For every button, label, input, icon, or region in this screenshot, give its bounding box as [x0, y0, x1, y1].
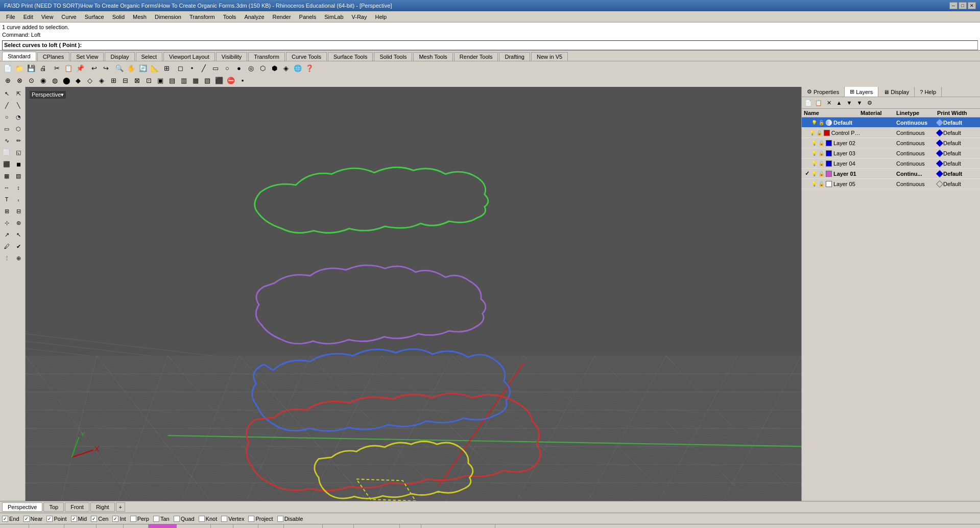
status-z[interactable]: z 0.000	[97, 524, 124, 528]
snap-item-disable[interactable]: Disable	[277, 516, 303, 522]
menu-item-panels[interactable]: Panels	[295, 11, 321, 22]
tb-zoom[interactable]: 🔍	[114, 62, 125, 74]
layer-lock-icon-6[interactable]: 🔓	[819, 181, 824, 187]
viewport-perspective-label[interactable]: Perspective▾	[30, 91, 66, 99]
left-snap1[interactable]: ⊹	[1, 217, 12, 228]
snap-item-end[interactable]: End	[2, 516, 19, 522]
status-minutes-save[interactable]: Minutes from last save: 19	[421, 524, 495, 528]
menu-item-edit[interactable]: Edit	[19, 11, 37, 22]
tb2-21[interactable]: ▪	[237, 75, 248, 86]
snap-check-quad[interactable]	[174, 516, 180, 522]
layer-tb-move-up[interactable]: ▲	[834, 98, 844, 107]
tb2-7[interactable]: ◆	[73, 75, 84, 86]
maximize-button[interactable]: □	[959, 2, 967, 9]
vp-tab-perspective[interactable]: Perspective	[2, 502, 42, 512]
layer-lock-icon-5[interactable]: 🔓	[819, 171, 824, 176]
layer-color-swatch-6[interactable]	[826, 181, 832, 187]
minimize-button[interactable]: ─	[949, 2, 958, 9]
tb-cut[interactable]: ✂	[51, 62, 62, 74]
layer-visibility-icon-2[interactable]: 💡	[811, 141, 817, 146]
left-surface[interactable]: ⬜	[1, 147, 12, 158]
left-freehand[interactable]: ✏	[13, 135, 24, 146]
layer-tb-new-layer[interactable]: 📄	[804, 98, 813, 107]
status-osnap[interactable]: Osnap	[258, 524, 283, 528]
left-align1[interactable]: ⊞	[1, 205, 12, 217]
tb-help[interactable]: ❓	[304, 62, 315, 74]
vp-tab-right[interactable]: Right	[90, 502, 115, 512]
layer-tb-settings[interactable]: ⚙	[865, 98, 874, 107]
layer-lock-icon-0[interactable]: 🔓	[819, 120, 824, 125]
status-gumball[interactable]: Gumball	[323, 524, 354, 528]
tb2-4[interactable]: ◉	[37, 75, 49, 86]
tb2-9[interactable]: ◈	[96, 75, 107, 86]
layer-row-2[interactable]: 💡🔓Layer 02ContinuousDefault	[802, 138, 980, 148]
snap-check-int[interactable]	[112, 516, 118, 522]
left-text[interactable]: T	[1, 194, 12, 205]
toolbar-tab-set-view[interactable]: Set View	[70, 52, 104, 61]
menu-item-transform[interactable]: Transform	[185, 11, 219, 22]
left-line[interactable]: ╲	[13, 100, 24, 111]
snap-check-vertex[interactable]	[221, 516, 227, 522]
tb-save[interactable]: 💾	[26, 62, 37, 74]
menu-item-mesh[interactable]: Mesh	[129, 11, 151, 22]
tb-snap[interactable]: 📐	[149, 62, 160, 74]
panel-tab-layers[interactable]: ⊞Layers	[845, 87, 878, 97]
panel-tab-help[interactable]: ?Help	[915, 87, 942, 97]
tb-rotate[interactable]: 🔄	[137, 62, 149, 74]
tb2-1[interactable]: ⊕	[2, 75, 13, 86]
left-misc1[interactable]: ⋮	[1, 252, 12, 264]
toolbar-tab-render-tools[interactable]: Render Tools	[454, 52, 498, 61]
layer-color-swatch-4[interactable]	[826, 160, 832, 167]
layer-lock-icon-2[interactable]: 🔓	[819, 141, 824, 146]
snap-item-mid[interactable]: Mid	[71, 516, 87, 522]
tb-rect[interactable]: ▭	[210, 62, 221, 74]
snap-check-point[interactable]	[46, 516, 53, 522]
tb-redo[interactable]: ↪	[100, 62, 111, 74]
layer-tb-move-down[interactable]: ▼	[845, 98, 854, 107]
tb-pan[interactable]: ✋	[126, 62, 137, 74]
layer-row-5[interactable]: ✓💡🔓Layer 01Continu...Default	[802, 169, 980, 179]
vp-tab-add-button[interactable]: +	[116, 502, 125, 512]
snap-item-int[interactable]: Int	[112, 516, 126, 522]
layer-lock-icon-1[interactable]: 🔓	[817, 130, 822, 135]
menu-item-help[interactable]: Help	[371, 11, 391, 22]
tb-extrude[interactable]: ⬢	[269, 62, 280, 74]
menu-item-render[interactable]: Render	[269, 11, 295, 22]
tb-paste[interactable]: 📌	[75, 62, 86, 74]
toolbar-tab-new-in-v5[interactable]: New in V5	[531, 52, 568, 61]
left-transform2[interactable]: ↖	[13, 229, 24, 240]
status-x[interactable]: x -113.370	[29, 524, 64, 528]
status-units[interactable]: Inches	[124, 524, 149, 528]
left-arc[interactable]: ◔	[13, 111, 24, 123]
tb-circle[interactable]: ○	[222, 62, 233, 74]
tb-copy[interactable]: 📋	[63, 62, 74, 74]
snap-check-perp[interactable]	[130, 516, 136, 522]
left-solid2[interactable]: ◼	[13, 158, 24, 170]
layer-row-1[interactable]: 💡🔓Control Point Cu...ContinuousDefault	[802, 128, 980, 138]
tb-line[interactable]: ╱	[198, 62, 209, 74]
status-ortho[interactable]: Ortho	[211, 524, 234, 528]
snap-check-end[interactable]	[2, 516, 8, 522]
layer-row-0[interactable]: 💡🔓DefaultContinuousDefault	[802, 118, 980, 128]
snap-item-knot[interactable]: Knot	[199, 516, 218, 522]
layer-tb-new-sublayer[interactable]: 📋	[814, 98, 823, 107]
layer-color-swatch-3[interactable]	[826, 150, 832, 156]
layer-color-swatch-0[interactable]	[826, 120, 832, 126]
tb2-11[interactable]: ⊟	[119, 75, 131, 86]
viewport-area[interactable]: Perspective▾	[26, 87, 801, 501]
layer-tb-delete-layer[interactable]: ✕	[824, 98, 833, 107]
left-misc2[interactable]: ⊕	[13, 252, 24, 264]
tb2-10[interactable]: ⊞	[108, 75, 119, 86]
tb2-3[interactable]: ⊙	[26, 75, 37, 86]
left-paint1[interactable]: 🖊	[1, 241, 12, 252]
menu-item-v-ray[interactable]: V-Ray	[348, 11, 371, 22]
tb-undo[interactable]: ↩	[88, 62, 100, 74]
tb-box[interactable]: ⬡	[257, 62, 268, 74]
left-mesh1[interactable]: ▦	[1, 170, 12, 181]
left-curve[interactable]: ∿	[1, 135, 12, 146]
left-snap2[interactable]: ⊛	[13, 217, 24, 228]
tb-select-all[interactable]: ◻	[175, 62, 186, 74]
snap-item-near[interactable]: Near	[23, 516, 43, 522]
tb2-14[interactable]: ▣	[155, 75, 166, 86]
left-rect[interactable]: ▭	[1, 123, 12, 134]
